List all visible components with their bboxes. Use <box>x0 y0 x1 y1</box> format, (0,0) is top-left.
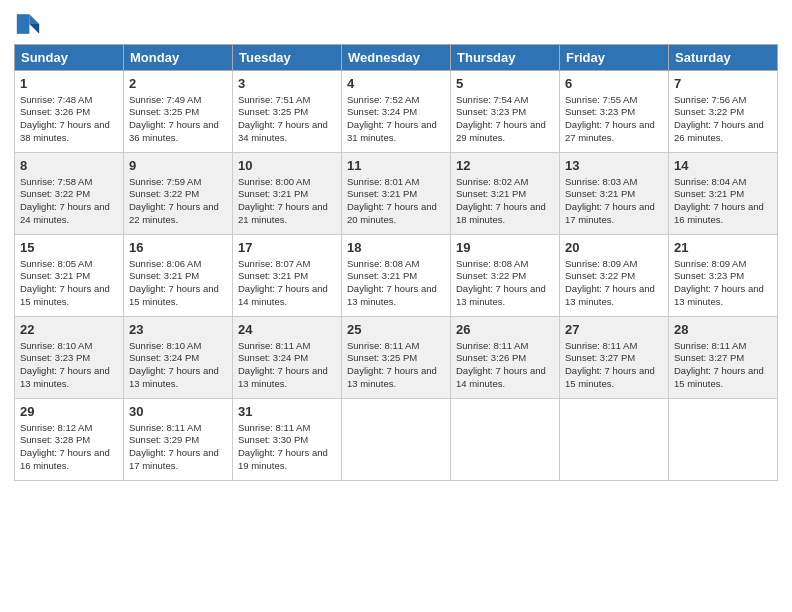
day-header-thursday: Thursday <box>451 45 560 71</box>
sunset: Sunset: 3:22 PM <box>129 188 199 199</box>
day-number: 3 <box>238 75 336 93</box>
day-cell-24: 24Sunrise: 8:11 AMSunset: 3:24 PMDayligh… <box>233 317 342 399</box>
daylight: Daylight: 7 hours and 13 minutes. <box>20 365 110 389</box>
sunset: Sunset: 3:25 PM <box>347 352 417 363</box>
week-row-2: 15Sunrise: 8:05 AMSunset: 3:21 PMDayligh… <box>15 235 778 317</box>
sunset: Sunset: 3:23 PM <box>565 106 635 117</box>
day-cell-1: 1Sunrise: 7:48 AMSunset: 3:26 PMDaylight… <box>15 71 124 153</box>
header-row: SundayMondayTuesdayWednesdayThursdayFrid… <box>15 45 778 71</box>
day-cell-22: 22Sunrise: 8:10 AMSunset: 3:23 PMDayligh… <box>15 317 124 399</box>
sunset: Sunset: 3:23 PM <box>456 106 526 117</box>
day-number: 23 <box>129 321 227 339</box>
sunset: Sunset: 3:21 PM <box>347 270 417 281</box>
day-cell-21: 21Sunrise: 8:09 AMSunset: 3:23 PMDayligh… <box>669 235 778 317</box>
week-row-3: 22Sunrise: 8:10 AMSunset: 3:23 PMDayligh… <box>15 317 778 399</box>
daylight: Daylight: 7 hours and 16 minutes. <box>674 201 764 225</box>
day-number: 29 <box>20 403 118 421</box>
sunrise: Sunrise: 8:11 AM <box>238 422 310 433</box>
day-number: 8 <box>20 157 118 175</box>
page: SundayMondayTuesdayWednesdayThursdayFrid… <box>0 0 792 612</box>
day-cell-31: 31Sunrise: 8:11 AMSunset: 3:30 PMDayligh… <box>233 399 342 481</box>
daylight: Daylight: 7 hours and 19 minutes. <box>238 447 328 471</box>
day-header-saturday: Saturday <box>669 45 778 71</box>
daylight: Daylight: 7 hours and 13 minutes. <box>347 283 437 307</box>
sunrise: Sunrise: 7:54 AM <box>456 94 528 105</box>
daylight: Daylight: 7 hours and 34 minutes. <box>238 119 328 143</box>
day-number: 5 <box>456 75 554 93</box>
daylight: Daylight: 7 hours and 15 minutes. <box>20 283 110 307</box>
day-header-tuesday: Tuesday <box>233 45 342 71</box>
empty-cell <box>451 399 560 481</box>
sunset: Sunset: 3:27 PM <box>674 352 744 363</box>
day-header-sunday: Sunday <box>15 45 124 71</box>
sunrise: Sunrise: 8:09 AM <box>565 258 637 269</box>
sunrise: Sunrise: 8:05 AM <box>20 258 92 269</box>
daylight: Daylight: 7 hours and 16 minutes. <box>20 447 110 471</box>
sunset: Sunset: 3:22 PM <box>20 188 90 199</box>
daylight: Daylight: 7 hours and 15 minutes. <box>674 365 764 389</box>
daylight: Daylight: 7 hours and 14 minutes. <box>456 365 546 389</box>
daylight: Daylight: 7 hours and 24 minutes. <box>20 201 110 225</box>
sunset: Sunset: 3:21 PM <box>129 270 199 281</box>
day-number: 16 <box>129 239 227 257</box>
sunset: Sunset: 3:27 PM <box>565 352 635 363</box>
sunrise: Sunrise: 7:55 AM <box>565 94 637 105</box>
day-number: 24 <box>238 321 336 339</box>
sunrise: Sunrise: 8:09 AM <box>674 258 746 269</box>
sunrise: Sunrise: 8:11 AM <box>129 422 201 433</box>
day-number: 13 <box>565 157 663 175</box>
sunrise: Sunrise: 8:11 AM <box>565 340 637 351</box>
sunrise: Sunrise: 8:08 AM <box>347 258 419 269</box>
day-number: 15 <box>20 239 118 257</box>
daylight: Daylight: 7 hours and 18 minutes. <box>456 201 546 225</box>
day-number: 1 <box>20 75 118 93</box>
daylight: Daylight: 7 hours and 36 minutes. <box>129 119 219 143</box>
day-cell-28: 28Sunrise: 8:11 AMSunset: 3:27 PMDayligh… <box>669 317 778 399</box>
day-cell-20: 20Sunrise: 8:09 AMSunset: 3:22 PMDayligh… <box>560 235 669 317</box>
logo <box>14 10 46 38</box>
sunrise: Sunrise: 7:58 AM <box>20 176 92 187</box>
empty-cell <box>560 399 669 481</box>
day-cell-4: 4Sunrise: 7:52 AMSunset: 3:24 PMDaylight… <box>342 71 451 153</box>
sunrise: Sunrise: 8:11 AM <box>238 340 310 351</box>
sunset: Sunset: 3:21 PM <box>456 188 526 199</box>
day-cell-18: 18Sunrise: 8:08 AMSunset: 3:21 PMDayligh… <box>342 235 451 317</box>
daylight: Daylight: 7 hours and 38 minutes. <box>20 119 110 143</box>
calendar-table: SundayMondayTuesdayWednesdayThursdayFrid… <box>14 44 778 481</box>
day-number: 22 <box>20 321 118 339</box>
daylight: Daylight: 7 hours and 15 minutes. <box>565 365 655 389</box>
day-number: 27 <box>565 321 663 339</box>
day-number: 21 <box>674 239 772 257</box>
day-header-wednesday: Wednesday <box>342 45 451 71</box>
sunrise: Sunrise: 8:08 AM <box>456 258 528 269</box>
day-cell-7: 7Sunrise: 7:56 AMSunset: 3:22 PMDaylight… <box>669 71 778 153</box>
day-number: 4 <box>347 75 445 93</box>
day-number: 25 <box>347 321 445 339</box>
day-number: 18 <box>347 239 445 257</box>
day-number: 20 <box>565 239 663 257</box>
sunset: Sunset: 3:21 PM <box>674 188 744 199</box>
sunrise: Sunrise: 8:00 AM <box>238 176 310 187</box>
day-cell-27: 27Sunrise: 8:11 AMSunset: 3:27 PMDayligh… <box>560 317 669 399</box>
sunrise: Sunrise: 8:11 AM <box>674 340 746 351</box>
daylight: Daylight: 7 hours and 17 minutes. <box>565 201 655 225</box>
day-cell-9: 9Sunrise: 7:59 AMSunset: 3:22 PMDaylight… <box>124 153 233 235</box>
day-cell-8: 8Sunrise: 7:58 AMSunset: 3:22 PMDaylight… <box>15 153 124 235</box>
day-cell-17: 17Sunrise: 8:07 AMSunset: 3:21 PMDayligh… <box>233 235 342 317</box>
daylight: Daylight: 7 hours and 20 minutes. <box>347 201 437 225</box>
logo-icon <box>14 10 42 38</box>
daylight: Daylight: 7 hours and 26 minutes. <box>674 119 764 143</box>
daylight: Daylight: 7 hours and 13 minutes. <box>347 365 437 389</box>
day-header-friday: Friday <box>560 45 669 71</box>
sunset: Sunset: 3:21 PM <box>20 270 90 281</box>
empty-cell <box>669 399 778 481</box>
sunrise: Sunrise: 7:56 AM <box>674 94 746 105</box>
day-cell-25: 25Sunrise: 8:11 AMSunset: 3:25 PMDayligh… <box>342 317 451 399</box>
day-number: 7 <box>674 75 772 93</box>
sunrise: Sunrise: 8:02 AM <box>456 176 528 187</box>
sunset: Sunset: 3:22 PM <box>674 106 744 117</box>
day-cell-11: 11Sunrise: 8:01 AMSunset: 3:21 PMDayligh… <box>342 153 451 235</box>
sunrise: Sunrise: 8:06 AM <box>129 258 201 269</box>
sunrise: Sunrise: 8:11 AM <box>347 340 419 351</box>
daylight: Daylight: 7 hours and 13 minutes. <box>238 365 328 389</box>
